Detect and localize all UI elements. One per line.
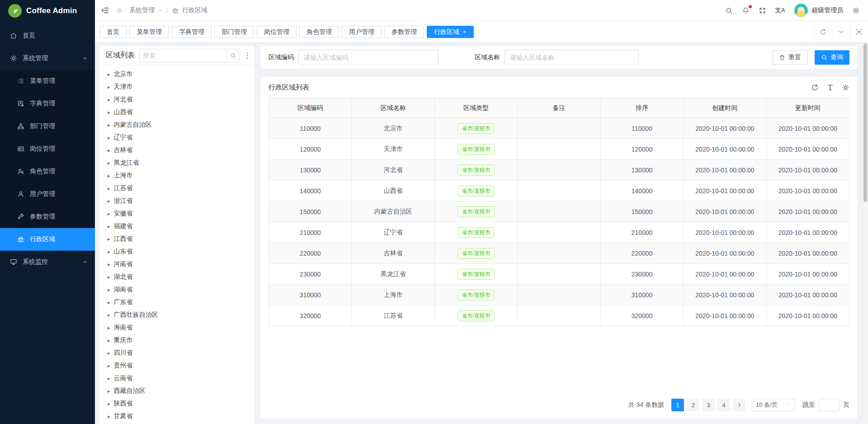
sidebar-item-system-management[interactable]: 系统管理 — [0, 47, 95, 70]
caret-right-icon[interactable]: ▸ — [108, 401, 110, 406]
tree-item[interactable]: ▸湖南省 — [99, 283, 255, 296]
table-row[interactable]: 310000上海市省市/直辖市3100002020-10-01 00:00:00… — [269, 285, 849, 305]
caret-right-icon[interactable]: ▸ — [108, 376, 110, 381]
tab[interactable]: 岗位管理 — [257, 26, 297, 38]
tree-item[interactable]: ▸黑龙江省 — [99, 157, 255, 169]
table-row[interactable]: 130000河北省省市/直辖市1300002020-10-01 00:00:00… — [269, 160, 849, 181]
notification-bell-icon[interactable] — [742, 7, 750, 14]
sidebar-item-params-management[interactable]: 参数管理 — [0, 205, 95, 228]
caret-right-icon[interactable]: ▸ — [108, 110, 110, 115]
sidebar-item-system-monitor[interactable]: 系统监控 — [0, 251, 95, 273]
tree-item[interactable]: ▸吉林省 — [99, 144, 255, 157]
tree-item[interactable]: ▸河南省 — [99, 258, 255, 271]
caret-right-icon[interactable]: ▸ — [108, 249, 110, 254]
translate-icon[interactable]: 文A — [775, 6, 785, 14]
sidebar-item-department-management[interactable]: 部门管理 — [0, 115, 95, 138]
tab[interactable]: 部门管理 — [214, 26, 254, 38]
region-name-input[interactable] — [505, 50, 639, 65]
caret-right-icon[interactable]: ▸ — [108, 85, 110, 90]
caret-right-icon[interactable]: ▸ — [108, 300, 110, 305]
user-menu[interactable]: 超级管理员 — [794, 4, 843, 17]
vertical-scrollbar[interactable] — [863, 43, 868, 424]
row-density-icon[interactable] — [826, 84, 834, 91]
caret-right-icon[interactable]: ▸ — [108, 148, 110, 153]
table-row[interactable]: 210000辽宁省省市/直辖市2100002020-10-01 00:00:00… — [269, 222, 849, 243]
caret-right-icon[interactable]: ▸ — [108, 173, 110, 178]
tab[interactable]: 角色管理 — [299, 26, 339, 38]
tree-item[interactable]: ▸湖北省 — [99, 271, 255, 283]
tree-item[interactable]: ▸贵州省 — [99, 359, 255, 372]
tree-item[interactable]: ▸安徽省 — [99, 207, 255, 220]
caret-right-icon[interactable]: ▸ — [108, 363, 110, 368]
reset-button[interactable]: 重置 — [773, 50, 807, 65]
tree-item[interactable]: ▸北京市 — [99, 68, 255, 81]
tree-item[interactable]: ▸内蒙古自治区 — [99, 119, 255, 131]
page-button-2[interactable]: 2 — [687, 399, 699, 411]
caret-right-icon[interactable]: ▸ — [108, 72, 110, 77]
search-icon[interactable] — [725, 7, 733, 14]
tree-item[interactable]: ▸山东省 — [99, 245, 255, 258]
tree-item[interactable]: ▸四川省 — [99, 347, 255, 359]
sidebar-item-post-management[interactable]: 岗位管理 — [0, 138, 95, 160]
sidebar-item-region[interactable]: 行政区域 — [0, 228, 95, 251]
caret-right-icon[interactable]: ▸ — [108, 186, 110, 191]
caret-right-icon[interactable]: ▸ — [108, 325, 110, 330]
tab[interactable]: 菜单管理 — [129, 26, 169, 38]
caret-right-icon[interactable]: ▸ — [108, 97, 110, 102]
tab-actions-chevron-icon[interactable] — [832, 21, 850, 43]
tree-item[interactable]: ▸福建省 — [99, 220, 255, 233]
tree-item[interactable]: ▸陕西省 — [99, 397, 255, 410]
caret-right-icon[interactable]: ▸ — [108, 351, 110, 356]
refresh-icon[interactable] — [811, 84, 819, 91]
scrollbar-thumb[interactable] — [863, 43, 867, 202]
tab[interactable]: 首页 — [99, 26, 127, 38]
table-row[interactable]: 230000黑龙江省省市/直辖市2300002020-10-01 00:00:0… — [269, 264, 849, 285]
tree-item[interactable]: ▸山西省 — [99, 106, 255, 119]
tree-item[interactable]: ▸天津市 — [99, 81, 255, 93]
caret-right-icon[interactable]: ▸ — [108, 161, 110, 166]
tab[interactable]: 用户管理 — [342, 26, 382, 38]
table-row[interactable]: 150000内蒙古自治区省市/直辖市1500002020-10-01 00:00… — [269, 201, 849, 222]
tree-item[interactable]: ▸上海市 — [99, 169, 255, 182]
caret-right-icon[interactable]: ▸ — [108, 211, 110, 216]
search-button[interactable]: 查询 — [815, 50, 849, 65]
tree-item[interactable]: ▸甘肃省 — [99, 410, 255, 423]
caret-right-icon[interactable]: ▸ — [108, 199, 110, 204]
breadcrumb-group[interactable]: 系统管理 — [129, 6, 155, 14]
caret-right-icon[interactable]: ▸ — [108, 237, 110, 242]
tree-item[interactable]: ▸辽宁省 — [99, 131, 255, 144]
tree-item[interactable]: ▸海南省 — [99, 321, 255, 334]
tree-item[interactable]: ▸河北省 — [99, 93, 255, 106]
next-page-button[interactable] — [733, 399, 745, 411]
page-size-select[interactable]: 10 条/页 — [752, 399, 795, 411]
table-row[interactable]: 320000江苏省省市/直辖市3200002020-10-01 00:00:00… — [269, 305, 849, 326]
tab[interactable]: 参数管理 — [384, 26, 424, 38]
tree-search-input[interactable] — [139, 49, 226, 62]
tree-search-button[interactable] — [226, 49, 239, 62]
tree-item[interactable]: ▸云南省 — [99, 372, 255, 385]
content-fullscreen-icon[interactable] — [850, 21, 868, 43]
sidebar-item-home[interactable]: 首页 — [0, 24, 95, 47]
caret-right-icon[interactable]: ▸ — [108, 338, 110, 343]
sidebar-item-menu-management[interactable]: 菜单管理 — [0, 70, 95, 92]
table-row[interactable]: 220000吉林省省市/直辖市2200002020-10-01 00:00:00… — [269, 243, 849, 264]
tree-item[interactable]: ▸江西省 — [99, 233, 255, 245]
table-row[interactable]: 140000山西省省市/直辖市1400002020-10-01 00:00:00… — [269, 181, 849, 201]
caret-right-icon[interactable]: ▸ — [108, 224, 110, 229]
more-options-icon[interactable]: ⋮ — [244, 51, 251, 60]
tree-item[interactable]: ▸重庆市 — [99, 334, 255, 347]
close-icon[interactable]: × — [463, 29, 467, 35]
tree-item[interactable]: ▸江苏省 — [99, 182, 255, 195]
settings-gear-icon[interactable] — [852, 7, 860, 14]
tree-item[interactable]: ▸广西壮族自治区 — [99, 309, 255, 321]
caret-right-icon[interactable]: ▸ — [108, 287, 110, 292]
sidebar-fold-icon[interactable] — [101, 6, 109, 14]
table-row[interactable]: 120000天津市省市/直辖市1200002020-10-01 00:00:00… — [269, 139, 849, 160]
page-button-3[interactable]: 3 — [702, 399, 715, 411]
page-button-1[interactable]: 1 — [671, 399, 684, 411]
fullscreen-icon[interactable] — [759, 7, 766, 14]
tree-item[interactable]: ▸西藏自治区 — [99, 385, 255, 397]
tree-item[interactable]: ▸广东省 — [99, 296, 255, 309]
caret-right-icon[interactable]: ▸ — [108, 414, 110, 419]
caret-right-icon[interactable]: ▸ — [108, 123, 110, 128]
